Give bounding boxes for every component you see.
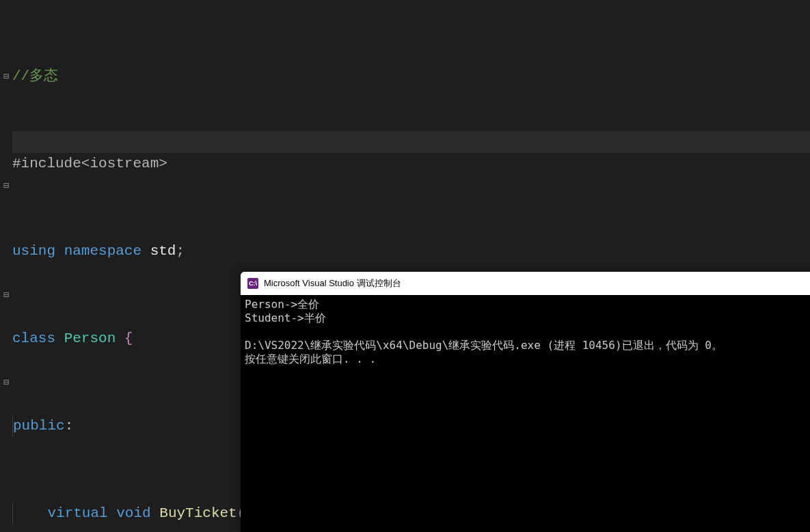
debug-console-window[interactable]: C:\ Microsoft Visual Studio 调试控制台 Person… (241, 272, 810, 532)
ident-std: std (150, 243, 176, 259)
console-output[interactable]: Person->全价 Student->半价 D:\VS2022\继承实验代码\… (241, 295, 810, 532)
fold-icon[interactable]: ⊟ (0, 372, 12, 393)
fold-icon[interactable]: ⊟ (0, 284, 12, 306)
console-title: Microsoft Visual Studio 调试控制台 (264, 277, 401, 290)
fn-buyticket: BuyTicket (159, 505, 237, 521)
kw-class: class (12, 331, 55, 346)
code-line: //多态 (12, 66, 810, 87)
code-line: #include<iostream> (12, 153, 810, 175)
preproc: #include (12, 156, 81, 171)
vs-icon: C:\ (247, 278, 258, 289)
fold-gutter: ⊟ ⊟ ⊟ ⊟ (0, 0, 12, 393)
include-arg: <iostream> (81, 156, 167, 171)
kw-namespace: namespace (64, 243, 141, 259)
kw-void: void (116, 505, 150, 521)
kw-virtual: virtual (47, 505, 107, 521)
console-titlebar[interactable]: C:\ Microsoft Visual Studio 调试控制台 (241, 272, 810, 295)
fold-icon[interactable]: ⊟ (0, 66, 12, 87)
kw-public: public (13, 418, 65, 434)
kw-using: using (12, 243, 55, 259)
fold-icon[interactable]: ⊟ (0, 175, 12, 197)
comment-text: //多态 (12, 68, 58, 84)
code-line: using namespace std; (12, 240, 810, 262)
type-person: Person (64, 331, 116, 346)
